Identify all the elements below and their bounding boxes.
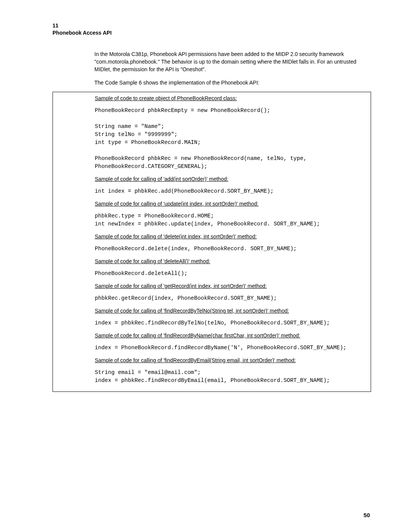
doc-header: 11 Phonebook Access API [53,22,371,37]
section-label: Sample of code for calling of 'add(int s… [95,176,368,182]
code-block: phbkRec.type = PhoneBookRecord.HOME; int… [95,212,368,228]
section-label: Sample of code for calling of 'findRecor… [95,332,368,339]
code-sample-box: Sample of code to create object of Phone… [53,92,371,392]
page-number: 50 [363,512,370,518]
code-block: String email = "email@mail.com"; index =… [95,369,368,385]
code-block: PhoneBookRecord.deleteAll(); [95,270,368,278]
intro-paragraph-1: In the Motorola C381p, Phonebook API per… [94,50,371,73]
code-block: PhoneBookRecord phbkRecEmpty = new Phone… [95,107,368,171]
intro-paragraph-2: The Code Sample 6 shows the implementati… [94,79,371,86]
code-block: index = phbkRec.findRecordByTelNo(telNo,… [95,319,368,327]
section-label: Sample of code for calling of 'update(in… [95,201,368,207]
chapter-number: 11 [53,22,371,29]
section-label: Sample of code for calling of 'deleteAll… [95,258,368,264]
code-block: phbkRec.getRecord(index, PhoneBookRecord… [95,294,368,302]
code-block: PhoneBookRecord.delete(index, PhoneBookR… [95,245,368,253]
section-label: Sample of code for calling of 'getRecord… [95,283,368,289]
section-label: Sample of code for calling of 'findRecor… [95,357,368,363]
code-block: int index = phbkRec.add(PhoneBookRecord.… [95,187,368,195]
section-label: Sample of code for calling of 'findRecor… [95,308,368,314]
chapter-title: Phonebook Access API [53,29,371,37]
code-block: index = PhoneBookRecord.findRecordByName… [95,344,368,352]
section-label: Sample of code for calling of 'delete(in… [95,233,368,240]
section-label: Sample of code to create object of Phone… [95,95,368,101]
code-sample-inner: Sample of code to create object of Phone… [95,95,368,385]
intro-block: In the Motorola C381p, Phonebook API per… [94,50,371,86]
